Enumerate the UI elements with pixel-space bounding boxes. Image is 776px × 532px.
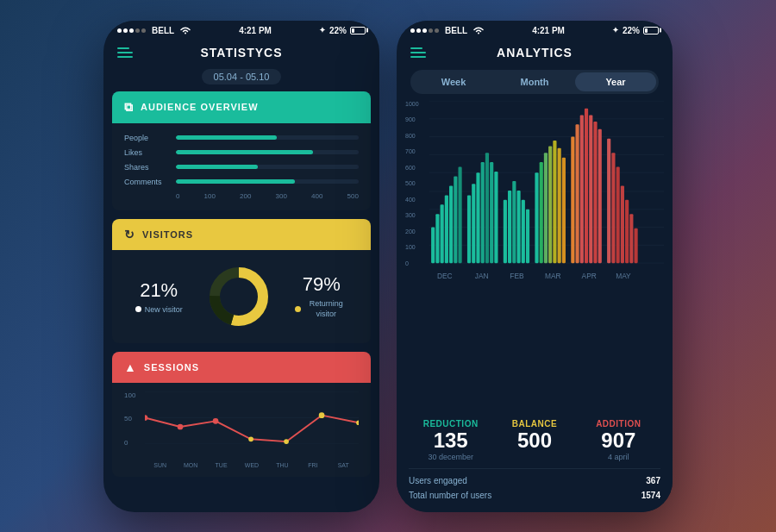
svg-rect-63: [634, 228, 637, 262]
tab-year[interactable]: Year: [575, 72, 656, 91]
svg-text:DEC: DEC: [437, 271, 453, 279]
battery-pct-left: 22%: [329, 26, 347, 35]
svg-rect-60: [621, 185, 624, 263]
date-badge: 05.04 - 05.10: [103, 68, 379, 84]
time-right: 4:21 PM: [532, 26, 565, 35]
svg-rect-32: [476, 172, 479, 263]
svg-rect-30: [467, 195, 471, 263]
sessions-header: ▲ SESSIONS: [112, 352, 371, 383]
sessions-x-axis: SUN MON TUE WED THU FRI SAT: [124, 462, 359, 468]
comments-bar-track: [176, 179, 359, 184]
status-bar-right: BELL 4:21 PM ✦ 22%: [397, 21, 673, 39]
svg-rect-61: [625, 199, 629, 262]
people-bar-track: [176, 135, 359, 140]
tab-week[interactable]: Week: [413, 72, 494, 91]
svg-point-11: [319, 412, 325, 418]
audience-row-people: People: [124, 134, 359, 142]
visitors-icon: ↻: [124, 228, 135, 241]
svg-rect-50: [571, 136, 574, 263]
visitors-section: ↻ VISITORS 21% New visitor: [112, 219, 371, 343]
wifi-icon-left: [179, 26, 191, 34]
svg-rect-58: [611, 153, 615, 263]
wifi-icon-right: [472, 26, 485, 34]
bar-chart-container: 1000 900 800 700 600 500 400 300 200 100…: [397, 101, 673, 412]
sessions-icon: ▲: [124, 360, 137, 374]
visitors-title: VISITORS: [142, 229, 193, 240]
audience-row-likes: Likes: [124, 148, 359, 157]
battery-icon-right: [643, 27, 659, 34]
svg-rect-47: [553, 140, 556, 262]
svg-rect-55: [593, 122, 597, 263]
svg-rect-41: [522, 199, 525, 262]
new-visitor-pct: 21%: [135, 279, 183, 302]
bar-chart-svg: DEC JAN FEB MAR APR MAY: [429, 101, 664, 282]
page-title-right: ANALYTICS: [497, 46, 573, 59]
y-axis-labels: 1000 900 800 700 600 500 400 300 200 100…: [405, 101, 429, 282]
date-range: 05.04 - 05.10: [202, 69, 282, 84]
shares-bar-track: [176, 165, 359, 169]
balance-title: BALANCE: [492, 419, 576, 429]
users-engaged-value: 367: [646, 476, 660, 485]
audience-row-comments: Comments: [124, 178, 359, 186]
people-bar-fill: [176, 135, 277, 140]
likes-bar-fill: [176, 150, 313, 154]
svg-rect-54: [589, 115, 592, 263]
audience-body: People Likes Shares: [112, 123, 371, 210]
left-content[interactable]: ⧉ AUDIENCE OVERVIEW People Likes: [103, 91, 379, 512]
svg-point-6: [145, 415, 147, 421]
svg-text:APR: APR: [582, 271, 597, 279]
new-visitor-dot: [135, 306, 141, 312]
return-visitor-label: Returning visitor: [304, 299, 347, 319]
addition-sub: 4 april: [577, 453, 660, 461]
donut-chart: [204, 262, 273, 331]
tab-month[interactable]: Month: [494, 72, 575, 91]
svg-rect-28: [454, 176, 457, 263]
svg-rect-62: [629, 214, 633, 263]
stats-bottom: REDUCTION 135 30 december BALANCE 500 AD…: [397, 412, 673, 512]
svg-rect-36: [494, 172, 498, 263]
total-users-value: 1574: [641, 491, 660, 500]
svg-rect-31: [472, 184, 475, 263]
menu-icon-right[interactable]: [410, 47, 426, 58]
svg-rect-23: [431, 227, 435, 263]
svg-rect-59: [616, 166, 620, 263]
sessions-line-chart: [145, 391, 359, 444]
shares-bar-fill: [176, 165, 258, 169]
menu-icon-left[interactable]: [117, 47, 133, 58]
carrier-right: BELL: [445, 26, 467, 35]
comments-bar-fill: [176, 179, 295, 184]
reduction-sub: 30 december: [409, 453, 492, 461]
svg-rect-52: [580, 115, 584, 263]
addition-col: ADDITION 907 4 april: [577, 419, 660, 461]
svg-rect-51: [575, 124, 579, 263]
svg-rect-33: [481, 162, 485, 263]
svg-text:FEB: FEB: [510, 271, 524, 279]
users-engaged-row: Users engaged 367: [409, 476, 660, 485]
svg-rect-24: [435, 214, 439, 263]
bluetooth-icon-right: ✦: [612, 26, 619, 34]
svg-rect-29: [458, 166, 461, 263]
audience-section: ⧉ AUDIENCE OVERVIEW People Likes: [112, 91, 371, 210]
svg-rect-48: [558, 147, 561, 262]
audience-icon: ⧉: [124, 100, 134, 115]
addition-value: 907: [577, 430, 660, 451]
stats-divider: [409, 468, 660, 469]
right-phone: BELL 4:21 PM ✦ 22% ANALYTICS Week Month: [397, 21, 673, 512]
visitors-body: 21% New visitor: [112, 250, 371, 343]
svg-rect-40: [516, 190, 520, 262]
reduction-col: REDUCTION 135 30 december: [409, 419, 492, 461]
svg-point-8: [213, 417, 219, 423]
svg-rect-27: [449, 185, 453, 263]
svg-text:JAN: JAN: [475, 271, 489, 279]
bluetooth-icon-left: ✦: [319, 26, 326, 34]
svg-rect-25: [441, 204, 444, 263]
svg-rect-53: [585, 108, 588, 262]
audience-row-shares: Shares: [124, 163, 359, 172]
svg-point-10: [284, 439, 289, 444]
visitors-header: ↻ VISITORS: [112, 219, 371, 250]
return-visitor-stat: 79% Returning visitor: [295, 273, 347, 319]
svg-rect-35: [490, 162, 493, 263]
users-engaged-label: Users engaged: [409, 476, 467, 485]
sessions-title: SESSIONS: [144, 362, 199, 372]
battery-pct-right: 22%: [623, 26, 640, 35]
